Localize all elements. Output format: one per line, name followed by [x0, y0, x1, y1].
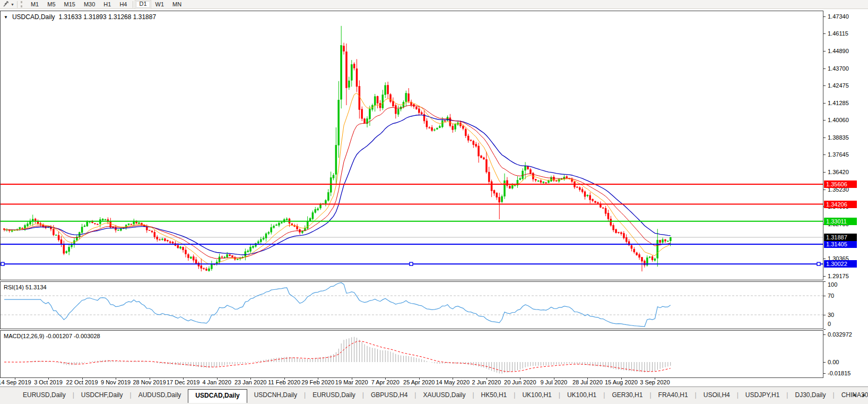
- price-axis-tick: [823, 190, 826, 190]
- date-axis-label: 7 Apr 2020: [371, 379, 400, 385]
- date-axis-label: 19 Mar 2020: [335, 379, 368, 385]
- tab-hk50-h1[interactable]: HK50,H1: [474, 389, 514, 401]
- tab-fra40-h1[interactable]: FRA40,H1: [652, 389, 695, 401]
- price-axis-tick: [823, 276, 826, 277]
- price-axis-tick: [823, 103, 826, 104]
- timeframe-button-m30[interactable]: M30: [80, 1, 99, 8]
- tab-xauusd-daily[interactable]: XAUUSD,Daily: [416, 389, 472, 401]
- date-axis-label: 22 Oct 2019: [66, 379, 98, 385]
- date-axis-label: 11 Feb 2020: [268, 379, 300, 385]
- price-axis-tick: [823, 120, 826, 121]
- price-axis-label: 1.38835: [828, 134, 849, 141]
- timeframe-button-mn[interactable]: MN: [168, 1, 186, 8]
- tab-scroll-right-icon[interactable]: ►: [862, 392, 866, 398]
- price-axis-label: 1.40060: [828, 117, 849, 123]
- price-axis-tick: [823, 16, 826, 17]
- date-axis-label: 29 Feb 2020: [301, 379, 334, 385]
- hline-handle[interactable]: [410, 262, 413, 265]
- rsi-axis-tick: [823, 329, 826, 330]
- macd-panel[interactable]: MACD(12,26,9) -0.001207 -0.003028: [0, 330, 823, 378]
- tab-usdcnh-daily[interactable]: USDCNH,Daily: [247, 389, 304, 401]
- macd-chart-canvas: [1, 331, 823, 377]
- timeframe-toolbar: ▼ M1M5M15M30H1H4D1W1MN: [0, 0, 868, 9]
- date-axis-label: 4 Jan 2020: [202, 379, 231, 385]
- chart-tabs-bar: EURUSD,Daily|USDCHF,Daily|AUDUSD,DailyUS…: [0, 386, 868, 404]
- rsi-axis-label: 0: [828, 321, 831, 327]
- chart-title: ▼ USDCAD,Daily 1.31633 1.31893 1.31268 1…: [4, 13, 156, 21]
- tab-uk100-h1[interactable]: UK100,H1: [515, 389, 558, 401]
- timeframe-button-d1[interactable]: D1: [135, 0, 151, 9]
- price-axis-tick: [823, 154, 826, 155]
- timeframe-button-m5[interactable]: M5: [43, 1, 59, 8]
- toolbar-grip[interactable]: [21, 1, 24, 7]
- ma-slow-line: [4, 115, 671, 255]
- timeframe-button-m15[interactable]: M15: [60, 1, 80, 8]
- rsi-axis-tick: [823, 281, 826, 282]
- timeframe-button-m1[interactable]: M1: [27, 1, 43, 8]
- timeframe-button-w1[interactable]: W1: [151, 1, 169, 8]
- tab-gbpusd-h4[interactable]: GBPUSD,H4: [364, 389, 414, 401]
- tab-scroll-arrows: ◄ ►: [852, 392, 866, 398]
- macd-axis-tick: [823, 334, 826, 335]
- rsi-label: RSI(14) 51.3134: [4, 284, 47, 290]
- tab-usdchf-daily[interactable]: USDCHF,Daily: [74, 389, 130, 401]
- chart-title-ohlc: 1.31633 1.31893 1.31268 1.31887: [59, 13, 157, 21]
- rsi-chart-canvas: [1, 282, 823, 329]
- price-axis-label: 1.37645: [828, 151, 849, 158]
- tab-eurusd-daily[interactable]: EURUSD,Daily: [16, 389, 73, 401]
- date-axis-label: 17 Dec 2019: [167, 379, 199, 385]
- tab-uk100-h1[interactable]: UK100,H1: [560, 389, 603, 401]
- date-axis-label: 2 Jun 2020: [472, 379, 501, 385]
- ma-mid-line: [4, 106, 671, 259]
- rsi-axis-tick: [823, 296, 826, 296]
- price-axis-tick: [823, 137, 826, 138]
- rsi-axis-tick: [823, 315, 826, 315]
- tab-eurusd-daily[interactable]: EURUSD,Daily: [306, 389, 362, 401]
- price-axis: 1.473401.461151.448901.437001.424751.412…: [823, 11, 868, 378]
- tab-usdjpy-h1[interactable]: USDJPY,H1: [739, 389, 786, 401]
- date-axis-label: 14 Sep 2019: [0, 379, 31, 385]
- price-axis-label: 1.43700: [828, 65, 849, 72]
- chart-pointer-icon-glyph: [3, 1, 10, 8]
- rsi-panel[interactable]: RSI(14) 51.3134: [0, 281, 823, 329]
- chart-title-symbol: USDCAD,Daily: [12, 13, 55, 21]
- price-level-label-1.35606: 1.35606: [824, 180, 857, 188]
- collapse-triangle-icon[interactable]: ▼: [4, 15, 8, 20]
- price-level-label-1.30022: 1.30022: [824, 260, 857, 268]
- date-axis-label: 15 Aug 2020: [605, 379, 638, 385]
- date-axis-label: 3 Sep 2020: [640, 379, 670, 385]
- toolbar-separator: [17, 1, 18, 8]
- hline-handle[interactable]: [1, 262, 4, 265]
- timeframe-buttons: M1M5M15M30H1H4D1W1MN: [27, 0, 186, 9]
- candlestick-chart-canvas: [1, 11, 823, 280]
- tab-ger30-h1[interactable]: GER30,H1: [605, 389, 649, 401]
- candles: [4, 26, 672, 272]
- mt4-chart-window: ▼ M1M5M15M30H1H4D1W1MN ▼ USDCAD,Daily 1.…: [0, 0, 868, 404]
- rsi-axis-label: 100: [828, 281, 837, 288]
- hline-handle[interactable]: [817, 262, 820, 265]
- tab-usoil-h4[interactable]: USOil,H4: [697, 389, 737, 401]
- tab-dj30-daily[interactable]: DJ30,Daily: [788, 389, 832, 401]
- timeframe-button-h4[interactable]: H4: [115, 1, 131, 8]
- price-axis-tick: [823, 259, 826, 259]
- macd-histogram: [4, 337, 671, 374]
- date-axis-label: 28 Jul 2020: [572, 379, 603, 385]
- macd-axis-label: 0.032972: [828, 331, 852, 338]
- tab-usdcad-daily[interactable]: USDCAD,Daily: [188, 389, 247, 403]
- date-axis-label: 3 Oct 2019: [34, 379, 63, 385]
- price-chart-panel[interactable]: ▼ USDCAD,Daily 1.31633 1.31893 1.31268 1…: [0, 11, 823, 280]
- date-axis-label: 14 May 2020: [436, 379, 470, 385]
- price-axis-label: 1.46115: [828, 30, 848, 37]
- macd-label: MACD(12,26,9) -0.001207 -0.003028: [4, 333, 100, 339]
- tab-scroll-left-icon[interactable]: ◄: [852, 392, 856, 398]
- timeframe-button-h1[interactable]: H1: [99, 1, 115, 8]
- rsi-axis-label: 70: [828, 293, 834, 299]
- tab-audusd-daily[interactable]: AUDUSD,Daily: [132, 389, 188, 401]
- chart-pointer-icon[interactable]: [1, 1, 11, 8]
- rsi-axis-label: 30: [828, 312, 834, 318]
- price-axis-label: 1.44890: [828, 48, 849, 54]
- price-level-label-1.33011: 1.33011: [824, 218, 857, 225]
- macd-axis-label: 0.00: [828, 359, 839, 365]
- chevron-down-icon[interactable]: ▼: [11, 3, 14, 6]
- price-level-label-1.34206: 1.34206: [824, 201, 857, 208]
